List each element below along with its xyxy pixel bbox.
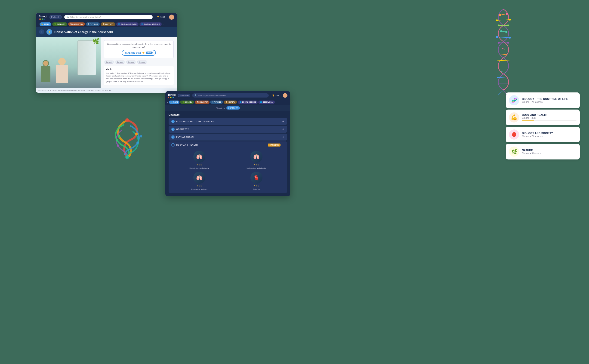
svg-point-25	[496, 36, 498, 38]
course-card-2[interactable]: 💪 BODY AND HEALTH Course • 8/38	[506, 110, 580, 125]
logo-dots	[39, 19, 47, 20]
tab-social2-top[interactable]: 🌐 SOCIAL SCIENCE	[139, 22, 162, 26]
tab-math-bottom[interactable]: 📐 MATH	[169, 101, 180, 104]
tab-physics-bottom[interactable]: ⚛ PHYSICS	[210, 101, 223, 104]
avatar-bottom[interactable]	[283, 93, 287, 98]
svg-line-1	[500, 14, 507, 15]
course-title-3: BIOLOGY AND SOCIETY	[522, 132, 576, 135]
filter-pill[interactable]: FORM 1 ✕	[226, 106, 240, 110]
lesson-back-btn[interactable]: ‹	[39, 29, 44, 34]
svg-point-16	[496, 20, 498, 21]
tab-history-top[interactable]: 📜 HISTORY	[101, 22, 115, 26]
lesson-item-2[interactable]: 🫁 ★ ★ ★ Malnutrition and obesity	[229, 151, 284, 169]
course-icon-2: 💪	[509, 112, 519, 123]
chapter-expand-pyth[interactable]: +	[282, 135, 284, 139]
lesson-icon-circle-4: 🫀	[251, 172, 263, 184]
tab-math-top[interactable]: 📐 MATH	[40, 22, 51, 26]
lesson-title: Conservation of energy in the household	[54, 30, 113, 34]
lesson-item-1[interactable]: 🫁 ★ ★ ★ Malnutrition and obesity	[172, 151, 227, 169]
language-selector-bottom[interactable]: ENGLISH	[178, 94, 190, 97]
points-badge-bottom: 🏆 1200	[271, 94, 281, 97]
binogi-logo-bottom: Binogi	[168, 93, 176, 98]
tab-biology-bottom[interactable]: 🌿 BIOLOGY	[180, 101, 194, 104]
points-badge-top: 🏆 1200	[155, 15, 167, 19]
tab-chemistry-top[interactable]: ⚗ CHEMISTRY	[68, 22, 85, 26]
svg-line-9	[497, 60, 510, 61]
lesson-item-3[interactable]: 🫁 ★ ★ ★ Genes and proteins	[172, 172, 227, 190]
body-health-header[interactable]: ○ BODY AND HEALTH APPROVE −	[169, 142, 287, 148]
course-card-4[interactable]: 🌿 NATURE Course • 9 lessons	[506, 144, 580, 159]
lesson-stars-1: ★ ★ ★	[197, 164, 202, 166]
course-info-1: BIOLOGY – THE DOCTRINE OF LIFE Course • …	[522, 98, 576, 103]
binogi-logo-top: Binogi	[39, 15, 47, 20]
chapter-check-geo: ✓	[171, 128, 175, 131]
concept-tag-2[interactable]: Concept	[115, 61, 125, 64]
course-title-2: BODY AND HEALTH	[522, 113, 576, 116]
chapter-expand-bh[interactable]: −	[282, 143, 284, 147]
chapter-row-pyth[interactable]: ✓ PYTHAGOREAN +	[169, 134, 287, 141]
svg-point-32	[117, 144, 119, 147]
svg-line-8	[500, 54, 507, 55]
chapter-check-pyth: ✓	[171, 136, 175, 139]
lesson-stars-4: ★ ★ ★	[254, 185, 259, 187]
top-lesson-window: Binogi ENGLISH 🔍 What do you want to lea…	[36, 13, 177, 93]
concept-tag-3[interactable]: Concept	[126, 61, 136, 64]
course-subtitle-1: Course • 27 lessons	[522, 101, 576, 103]
course-icon-3: 🔴	[509, 130, 519, 140]
lesson-footer-text: is also a form of energy – enough energy…	[36, 88, 177, 93]
bottom-logo-dots	[168, 97, 176, 98]
filter-bar: Filtered on: FORM 1 ✕	[165, 105, 290, 111]
progress-bar-2	[522, 120, 576, 121]
lesson-stars-3: ★ ★ ★	[197, 185, 202, 187]
tab-social-bottom[interactable]: 🌐 SOCIAL SCIENCE	[238, 101, 258, 104]
search-bar-top[interactable]: 🔍 What do you want to learn today?	[64, 15, 153, 19]
take-quiz-btn[interactable]: TAKE THE QUIZ 🏆 +100	[122, 50, 156, 56]
chapter-expand-geo[interactable]: +	[282, 127, 284, 131]
svg-point-18	[505, 31, 507, 33]
avatar-top[interactable]	[169, 14, 174, 20]
tab-chemistry-bottom[interactable]: ⚗ CHEMISTRY	[195, 101, 210, 104]
lesson-side: It is a good idea to unplug the refriger…	[101, 37, 177, 88]
course-icon-1: 🧬	[509, 95, 519, 105]
tab-social-top[interactable]: 🌐 SOCIAL SCIENCE	[116, 22, 139, 26]
language-selector-top[interactable]: ENGLISH	[49, 15, 62, 19]
lesson-video[interactable]: 🌿	[36, 37, 101, 88]
plant-element: 🌿	[93, 38, 99, 47]
chapter-body-health: ○ BODY AND HEALTH APPROVE − 🫁 ★ ★ ★	[169, 142, 287, 193]
course-icon-4: 🌿	[509, 147, 519, 157]
nav-prev-top[interactable]: ‹	[38, 23, 39, 26]
svg-point-17	[498, 25, 500, 26]
course-title-4: NATURE	[522, 149, 576, 152]
concept-tag-4[interactable]: Concept	[137, 61, 147, 64]
nav-next-top[interactable]: ›	[163, 23, 164, 26]
chapter-row-geo[interactable]: ✓ GEOMETRY +	[169, 126, 287, 133]
course-card-3[interactable]: 🔴 BIOLOGY AND SOCIETY Course • 27 lesson…	[506, 127, 580, 142]
course-title-1: BIOLOGY – THE DOCTRINE OF LIFE	[522, 98, 576, 100]
lesson-text-block: ehold iero battery? Just can't do it? En…	[104, 66, 174, 85]
lesson-label-4: Diabetes	[253, 188, 260, 190]
bottom-chapters-window: Binogi ENGLISH 🔍 What do you want to lea…	[165, 91, 290, 196]
tab-biology-top[interactable]: 🌿 BIOLOGY	[52, 22, 67, 26]
lesson-icon: ⚡	[46, 29, 52, 35]
nav-next-bottom[interactable]: ›	[275, 101, 276, 104]
svg-point-15	[499, 14, 501, 16]
top-header: Binogi ENGLISH 🔍 What do you want to lea…	[36, 13, 177, 21]
svg-point-27	[125, 118, 129, 122]
tab-social2-bottom[interactable]: 🌐 SOCIAL SC...	[258, 101, 275, 104]
lesson-item-4[interactable]: 🫀 ★ ★ ★ Diabetes	[229, 172, 284, 190]
course-subtitle-4: Course • 9 lessons	[522, 152, 576, 155]
search-bar-bottom[interactable]: 🔍 What do you want to learn today?	[192, 93, 269, 98]
concept-tag-1[interactable]: Concept	[104, 61, 114, 64]
lesson-label-2: Malnutrition and obesity	[246, 167, 266, 169]
tab-physics-top[interactable]: ⚛ PHYSICS	[86, 22, 100, 26]
chapter-row-intro[interactable]: ✓ INTRODUCTION TO MATHEMATICS +	[169, 118, 287, 125]
video-frame: 🌿	[36, 37, 101, 88]
lesson-label-3: Genes and proteins	[191, 188, 207, 190]
nav-prev-bottom[interactable]: ‹	[167, 101, 168, 104]
svg-point-22	[509, 19, 511, 20]
search-icon-top: 🔍	[66, 16, 69, 18]
tab-history-bottom[interactable]: 📜 HISTORY	[224, 101, 237, 104]
course-card-1[interactable]: 🧬 BIOLOGY – THE DOCTRINE OF LIFE Course …	[506, 92, 580, 108]
svg-point-30	[118, 135, 120, 138]
chapter-expand-intro[interactable]: +	[282, 119, 284, 123]
